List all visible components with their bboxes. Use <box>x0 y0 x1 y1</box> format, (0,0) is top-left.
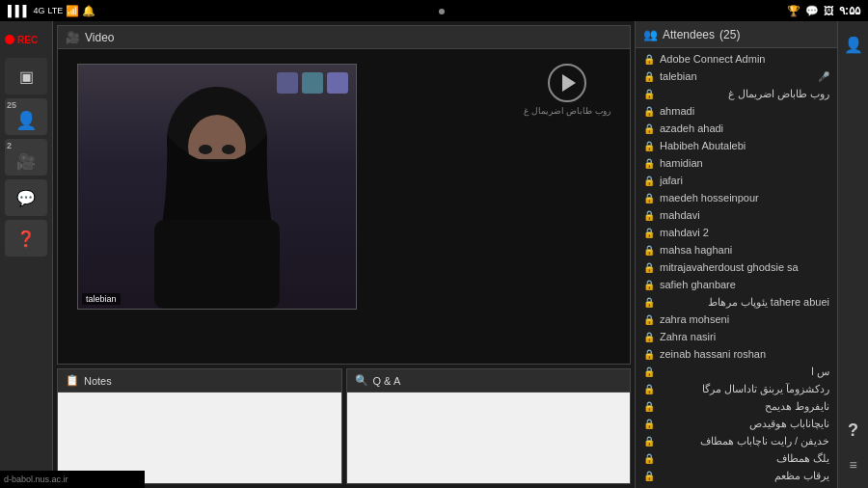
qa-icon: 🔍 <box>355 374 368 387</box>
attendees-title: Attendees <box>663 28 715 41</box>
4g-icon: 4G <box>33 6 44 15</box>
sidebar-qa-btn[interactable]: ❓ <box>5 220 47 257</box>
second-video-feed[interactable]: روب طاباض اضريمال غ <box>524 64 610 116</box>
attendee-list-item[interactable]: 🔒نایچاناباب هوقیدص <box>636 415 837 432</box>
attendee-list-item[interactable]: 🔒Habibeh Abutalebi <box>636 137 837 154</box>
attendee-shield-icon: 🔒 <box>643 227 655 238</box>
right-question-btn[interactable]: ? <box>840 417 867 444</box>
attendee-shield-icon: 🔒 <box>643 279 655 290</box>
screen-icon: ▣ <box>19 68 34 86</box>
attendee-list-item[interactable]: 🔒ردکشزومآ یربنق تاداسال مرگا <box>636 380 837 397</box>
attendee-list-item[interactable]: 🔒hamidian <box>636 154 837 172</box>
attendee-shield-icon: 🔒 <box>643 435 655 447</box>
attendee-shield-icon: 🔒 <box>643 418 655 429</box>
svg-rect-5 <box>154 220 280 309</box>
attendee-list-item[interactable]: 🔒نایفروط هدیمح <box>636 397 837 415</box>
attendees-panel: 👥 Attendees (25) 🔒Adobe Connect Admin🔒ta… <box>635 21 837 488</box>
attendee-name-text: mahdavi <box>660 209 829 221</box>
attendee-list-item[interactable]: 🔒Zahra nasiri <box>636 328 837 345</box>
right-icon-group-bottom: ? ≡ <box>840 417 867 478</box>
attendee-list-item[interactable]: 🔒mitrajavaherdoust ghodsie sa <box>636 258 837 276</box>
attendees-header: 👥 Attendees (25) <box>636 21 837 48</box>
attendee-list-item[interactable]: 🔒ahmadi <box>636 102 837 120</box>
attendee-list-item[interactable]: 🔒Adobe Connect Admin <box>636 50 837 68</box>
wifi-icon: 📶 <box>66 5 79 17</box>
attendee-name-text: zeinab hassani roshan <box>660 348 829 360</box>
second-feed-label: روب طاباض اضريمال غ <box>524 106 610 116</box>
bg-item-2 <box>302 72 323 94</box>
attendees-person-icon: 👥 <box>643 28 658 41</box>
attendee-shield-icon: 🔒 <box>643 400 655 412</box>
notes-content[interactable] <box>58 393 341 483</box>
svg-point-3 <box>199 145 212 154</box>
attendee-name-text: mahdavi 2 <box>660 227 829 238</box>
qa-panel-header: 🔍 Q & A <box>347 369 631 393</box>
play-button[interactable] <box>548 64 586 102</box>
main-video-feed: talebian <box>77 64 357 310</box>
attendee-list-item[interactable]: 🔒safieh ghanbare <box>636 276 837 293</box>
right-profile-btn[interactable]: 👤 <box>840 31 867 58</box>
attendee-list-item[interactable]: 🔒mahdavi <box>636 206 837 224</box>
video-camera-icon: 🎥 <box>66 31 80 44</box>
attendees-list[interactable]: 🔒Adobe Connect Admin🔒talebian🎤🔒روب طاباض… <box>636 48 837 488</box>
right-icon-group-top: 👤 <box>840 31 867 58</box>
attendee-name-text: یلگ همطاف <box>660 452 829 465</box>
attendee-name-text: یرقاب مظعم <box>660 470 829 482</box>
attendee-list-item[interactable]: 🔒یلگ همطاف <box>636 449 837 467</box>
video-panel-header: 🎥 Video <box>58 26 630 49</box>
qa-sidebar-icon: ❓ <box>16 230 36 248</box>
notes-panel-title: Notes <box>84 375 112 387</box>
attendee-shield-icon: 🔒 <box>643 348 655 360</box>
attendee-list-item[interactable]: 🔒خدیفن / رایت ناچاباب همطاف <box>636 432 837 449</box>
main-feed-name-tag: talebian <box>82 293 121 305</box>
camera-count-badge: 2 <box>7 141 12 150</box>
attendee-count-badge: 25 <box>7 100 16 110</box>
status-right: 🏆 💬 🖼 ۹:۵۵ <box>787 4 860 17</box>
attendee-shield-icon: 🔒 <box>643 53 655 65</box>
rec-button[interactable]: REC <box>5 29 47 50</box>
time-display: ۹:۵۵ <box>839 4 860 17</box>
attendee-shield-icon: 🔒 <box>643 70 655 82</box>
profile-icon: 👤 <box>844 36 863 54</box>
attendee-list-item[interactable]: 🔒س ا <box>636 363 837 380</box>
trophy-icon: 🏆 <box>787 5 800 17</box>
qa-panel: 🔍 Q & A <box>346 368 632 484</box>
attendee-list-item[interactable]: 🔒zahra mohseni <box>636 311 837 328</box>
gallery-icon: 🖼 <box>824 5 834 16</box>
notes-icon: 📋 <box>66 374 79 387</box>
sidebar-screen-share: ▣ <box>5 58 47 95</box>
attendee-list-item[interactable]: 🔒jafari <box>636 172 837 189</box>
sidebar-chat-btn[interactable]: 💬 <box>5 179 47 216</box>
lte-icon: LTE <box>47 6 63 15</box>
attendee-list-item[interactable]: 🔒mahdavi 2 <box>636 224 837 241</box>
rec-dot <box>5 35 14 44</box>
attendee-shield-icon: 🔒 <box>643 140 655 151</box>
attendee-shield-icon: 🔒 <box>643 192 655 203</box>
attendee-list-item[interactable]: 🔒azadeh ahadi <box>636 120 837 137</box>
sidebar-attendees-btn[interactable]: 25 👤 <box>5 98 47 135</box>
right-menu-btn[interactable]: ≡ <box>840 451 867 478</box>
attendee-name-text: س ا <box>660 366 829 378</box>
person-svg <box>130 77 304 309</box>
attendee-list-item[interactable]: 🔒mahsa haghani <box>636 241 837 258</box>
attendee-list-item[interactable]: 🔒tahere abuei یئوپاب مرهاط <box>636 293 837 311</box>
attendee-list-item[interactable]: 🔒روب طاباض اضريمال غ <box>636 85 837 102</box>
sidebar-camera-btn[interactable]: 2 🎥 <box>5 139 47 176</box>
attendee-list-item[interactable]: 🔒maedeh hosseinpour <box>636 189 837 206</box>
attendee-name-text: ahmadi <box>660 105 829 117</box>
status-bar: ▌▌▌ 4G LTE 📶 🔔 🏆 💬 🖼 ۹:۵۵ <box>0 0 868 21</box>
attendee-list-item[interactable]: 🔒talebian🎤 <box>636 68 837 85</box>
attendee-name-text: Zahra nasiri <box>660 331 829 342</box>
url-text: d-babol.nus.ac.ir <box>53 474 68 484</box>
attendee-shield-icon: 🔒 <box>643 261 655 273</box>
attendee-shield-icon: 🔒 <box>643 313 655 325</box>
qa-content[interactable] <box>347 393 631 483</box>
attendee-list-item[interactable]: 🔒یرقاب مظعم <box>636 467 837 484</box>
attendee-name-text: maedeh hosseinpour <box>660 192 829 203</box>
bottom-panels: 📋 Notes 🔍 Q & A <box>57 368 631 484</box>
attendee-shield-icon: 🔒 <box>643 88 655 99</box>
video-content: talebian روب طاباض اضريمال غ <box>58 49 630 364</box>
attendee-list-item[interactable]: 🔒zeinab hassani roshan <box>636 345 837 363</box>
url-bar: d-babol.nus.ac.ir <box>53 471 145 488</box>
attendee-name-text: talebian <box>660 70 813 82</box>
